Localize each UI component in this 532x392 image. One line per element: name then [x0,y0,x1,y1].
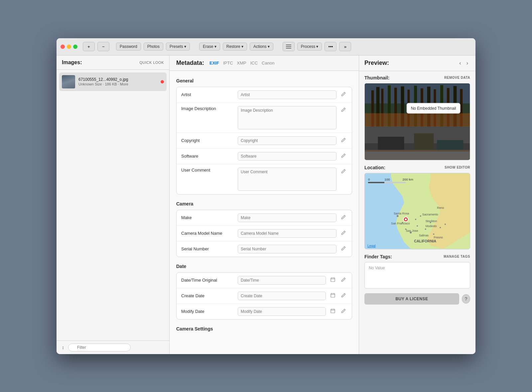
pencil-icon [341,277,346,282]
svg-point-51 [425,228,426,230]
image-description-field-row: Image Description [177,103,352,133]
title-bar: + − Password Photos Presets ▾ Erase ▾ Re… [57,38,475,56]
preview-title: Preview: [364,60,389,66]
svg-text:Modesto: Modesto [426,224,437,228]
image-info: 67100555_12...40992_o.jpg Unknown Size ·… [78,77,157,86]
svg-point-53 [433,233,434,235]
preview-content: Thumbnail: REMOVE DATA [359,71,475,309]
help-button[interactable]: ? [462,294,470,304]
sort-button[interactable] [61,343,66,351]
svg-rect-71 [368,182,384,183]
minimize-button[interactable] [67,45,71,49]
camera-model-input[interactable] [238,229,336,238]
image-description-input[interactable] [238,106,336,129]
map-legal-link[interactable]: Legal [367,244,375,248]
user-comment-input[interactable] [238,168,336,191]
software-input-wrap [238,152,336,161]
svg-point-44 [397,215,399,217]
serial-number-input-wrap [238,245,336,253]
photos-button[interactable]: Photos [144,43,163,51]
more-button[interactable]: ••• [325,42,336,51]
prev-arrow-button[interactable]: ‹ [457,60,463,67]
create-date-input[interactable] [238,292,326,300]
image-list: 67100555_12...40992_o.jpg Unknown Size ·… [57,70,169,340]
finder-tags-section: Finder Tags: MANAGE TAGS No Value [364,254,470,289]
quick-look-button[interactable]: QUICK LOOK [140,61,164,65]
software-label: Software [181,154,234,159]
datetime-original-input[interactable] [238,276,326,285]
user-comment-input-wrap [238,168,336,191]
software-input[interactable] [238,152,336,161]
map-container[interactable]: Santa Rosa San Francisco San Jose Sacram… [364,173,470,249]
artist-field-row: Artist [177,87,352,103]
datetime-original-edit-button[interactable] [340,276,347,284]
image-description-edit-button[interactable] [340,106,347,114]
sidebar: Images: QUICK LOOK 67100555_12...40992_o… [57,56,170,354]
tab-canon[interactable]: Canon [262,60,274,66]
metadata-header: Metadata: EXIF IPTC XMP ICC Canon [170,56,359,71]
image-item[interactable]: 67100555_12...40992_o.jpg Unknown Size ·… [59,72,167,91]
date-section-label: Date [176,264,352,269]
manage-tags-button[interactable]: MANAGE TAGS [444,255,470,258]
finder-tags-box: No Value [364,262,470,289]
thumbnail-top-image: No Embedded Thumbnail [365,83,470,127]
password-button[interactable]: Password [116,43,141,51]
make-edit-button[interactable] [340,213,347,222]
svg-text:San Jose: San Jose [406,229,418,232]
svg-rect-72 [384,182,406,183]
filter-input[interactable] [68,343,131,351]
tab-iptc[interactable]: IPTC [223,60,233,66]
actions-button[interactable]: Actions ▾ [250,43,273,51]
add-button[interactable]: + [83,42,95,51]
remove-button[interactable]: − [97,42,109,51]
list-view-button[interactable] [283,42,295,51]
svg-rect-2 [286,48,291,49]
location-section-header: Location: SHOW EDITOR [364,165,470,170]
expand-button[interactable]: » [339,42,351,51]
buy-license-button[interactable]: BUY A LICENSE [364,293,459,305]
tab-icc[interactable]: ICC [250,60,258,66]
process-button[interactable]: Process ▾ [297,43,322,51]
create-date-calendar-button[interactable] [329,292,336,300]
maximize-button[interactable] [73,45,77,49]
preview-header: Preview: ‹ › [359,56,475,71]
next-arrow-button[interactable]: › [465,60,470,67]
camera-model-label: Camera Model Name [181,231,234,236]
modify-date-input-wrap [238,307,326,316]
modify-date-input[interactable] [238,307,326,316]
metadata-content: General Artist [170,71,359,354]
remove-data-button[interactable]: REMOVE DATA [444,76,470,79]
artist-input[interactable] [238,90,336,99]
create-date-field-row: Create Date [177,288,352,304]
camera-model-edit-button[interactable] [340,229,347,237]
artist-edit-button[interactable] [340,90,347,99]
serial-number-input[interactable] [238,245,336,253]
make-input[interactable] [238,213,336,222]
erase-button[interactable]: Erase ▾ [199,43,220,51]
datetime-original-calendar-button[interactable] [329,276,336,284]
create-date-edit-button[interactable] [340,292,347,300]
datetime-original-input-wrap [238,276,326,285]
tab-xmp[interactable]: XMP [237,60,246,66]
close-button[interactable] [61,45,65,49]
pencil-icon [341,138,346,142]
datetime-original-label: Date/Time Original [181,278,234,283]
pencil-icon [341,153,346,158]
user-comment-edit-button[interactable] [340,168,347,176]
pencil-icon [341,92,346,96]
presets-button[interactable]: Presets ▾ [166,43,190,51]
copyright-label: Copyright [181,138,234,143]
artist-input-wrap [238,90,336,99]
copyright-input[interactable] [238,136,336,145]
software-edit-button[interactable] [340,152,347,160]
tab-exif[interactable]: EXIF [209,60,219,66]
show-editor-button[interactable]: SHOW EDITOR [445,166,470,169]
modify-date-calendar-button[interactable] [329,307,336,316]
copyright-edit-button[interactable] [340,136,347,145]
serial-number-edit-button[interactable] [340,245,347,253]
thumbnail-section-header: Thumbnail: REMOVE DATA [364,75,470,80]
traffic-lights [61,45,77,49]
restore-button[interactable]: Restore ▾ [223,43,247,51]
modify-date-edit-button[interactable] [340,307,347,316]
general-fields-card: Artist Image Description [176,87,352,195]
